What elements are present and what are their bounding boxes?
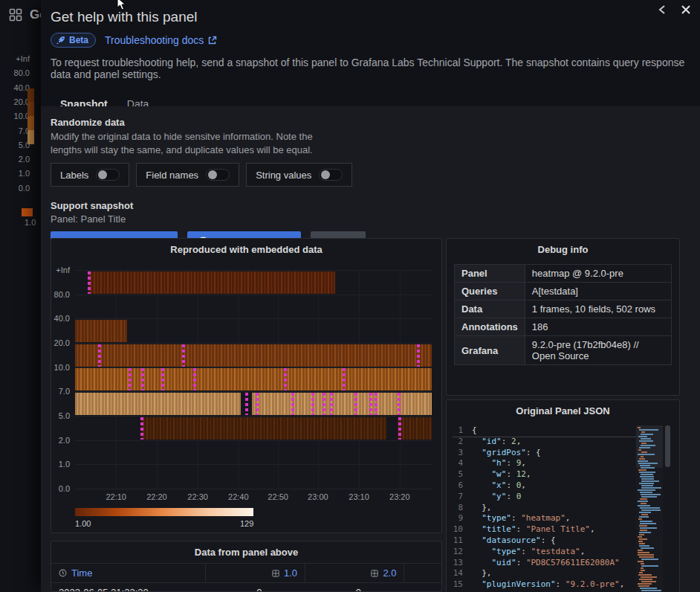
minimap-bar	[639, 543, 645, 544]
toggle-string-values-switch[interactable]	[319, 169, 343, 181]
heatmap-x-tick: 23:20	[389, 492, 410, 501]
annotation-marker	[330, 393, 333, 415]
cell-value: 0	[404, 583, 442, 592]
debug-value: 1 frames, 10 fields, 502 rows	[525, 300, 671, 318]
column-header-1[interactable]: 1.0	[206, 564, 305, 583]
annotation-marker	[369, 393, 372, 415]
minimap-bar	[641, 431, 645, 433]
minimap-bar	[640, 465, 650, 466]
annotation-marker	[284, 368, 287, 390]
minimap-bar	[638, 436, 647, 437]
minimap-bar	[639, 440, 653, 442]
annotation-marker	[88, 271, 91, 294]
heatmap-x-tick: 22:10	[106, 492, 126, 501]
minimap-bar	[641, 494, 661, 495]
heatmap-y-tick: 20.0	[54, 338, 70, 347]
debug-label: Queries	[455, 283, 525, 300]
troubleshooting-docs-label: Troubleshooting docs	[105, 34, 204, 46]
toggle-field-names-switch[interactable]	[206, 169, 230, 181]
code-line: 11 "datasource": {	[453, 535, 636, 547]
heatmap-x-tick: 22:30	[187, 492, 208, 501]
code-line: 7 "y": 0	[453, 492, 636, 503]
minimap-bar	[638, 550, 643, 551]
minimap-bar	[641, 567, 644, 569]
minimap-bar	[640, 588, 657, 589]
debug-value: 186	[525, 318, 671, 336]
cell-time: 2022-06-05 21:23:30	[51, 583, 206, 592]
minimap-bar	[639, 447, 650, 448]
heatmap-band	[252, 393, 432, 415]
column-header-time[interactable]: Time	[51, 564, 206, 583]
debug-info-title: Debug info	[447, 239, 679, 255]
minimap-bar	[641, 559, 658, 560]
heatmap-band	[75, 393, 241, 415]
apps-icon[interactable]	[9, 8, 22, 22]
expand-drawer-icon[interactable]	[655, 3, 669, 16]
close-icon[interactable]	[679, 3, 693, 16]
annotation-marker	[161, 368, 164, 390]
toggle-string-values[interactable]: String values	[246, 163, 352, 187]
code-scrollbar[interactable]	[665, 425, 670, 467]
minimap-bar	[638, 585, 649, 587]
json-code-editor[interactable]: 1{2 "id": 2,3 "gridPos": {4 "h": 9,5 "w"…	[453, 425, 636, 592]
toggle-field-names-label: Field names	[146, 170, 198, 181]
annotation-marker	[398, 417, 401, 440]
table-row: Queries A[testdata]	[455, 283, 672, 300]
heatmap-x-tick: 22:20	[146, 492, 167, 501]
code-line: 3 "gridPos": {	[453, 448, 636, 459]
annotation-marker	[398, 393, 401, 415]
minimap-bar	[639, 483, 654, 484]
clock-icon	[59, 569, 67, 577]
code-minimap[interactable]	[636, 425, 663, 592]
help-drawer: Get help with this panel Beta Troublesho…	[41, 0, 700, 592]
minimap-bar	[638, 583, 652, 585]
annotation-marker	[375, 393, 377, 415]
heatmap-x-tick: 22:40	[228, 492, 249, 501]
minimap-bar	[638, 554, 654, 556]
snapshot-tab-content: Randomize data Modify the original data …	[41, 106, 700, 592]
minimap-bar	[638, 541, 643, 542]
external-link-icon	[207, 36, 217, 45]
minimap-bar	[641, 456, 644, 457]
column-header-2[interactable]: 2.0	[305, 564, 404, 583]
minimap-bar	[638, 518, 642, 520]
code-line: 9 "type": "heatmap",	[453, 513, 636, 524]
minimap-bar	[639, 532, 651, 533]
minimap-bar	[639, 534, 644, 535]
heatmap-y-tick: 10.0	[54, 363, 70, 372]
randomize-data-description: Modify the original data to hide sensitv…	[51, 130, 327, 156]
minimap-bar	[640, 530, 647, 531]
minimap-bar	[639, 572, 643, 573]
minimap-bar	[640, 523, 656, 524]
beta-badge: Beta	[51, 33, 96, 48]
debug-label: Annotations	[455, 318, 525, 336]
debug-label: Panel	[455, 265, 525, 283]
column-header-5[interactable]: 5.0	[404, 564, 442, 583]
grid-icon	[371, 570, 378, 577]
minimap-bar	[638, 469, 646, 471]
toggle-field-names[interactable]: Field names	[136, 163, 239, 187]
code-line: 5 "w": 12,	[453, 469, 636, 480]
randomize-data-title: Randomize data	[51, 117, 690, 128]
annotation-marker	[343, 368, 346, 390]
toggle-labels-switch[interactable]	[96, 169, 120, 181]
minimap-bar	[641, 576, 657, 578]
code-line: 10 "title": "Panel Title",	[453, 524, 636, 535]
background-y-tick: 1.0	[19, 169, 30, 178]
toggle-labels[interactable]: Labels	[51, 163, 129, 187]
heatmap-y-tick: 5.0	[59, 411, 70, 420]
minimap-bar	[640, 498, 647, 500]
table-row: Annotations 186	[455, 318, 672, 336]
minimap-bar	[639, 458, 645, 460]
gridline	[75, 489, 432, 489]
support-panel-label: Panel: Panel Title	[51, 213, 690, 225]
annotation-marker	[129, 368, 132, 390]
rocket-icon	[56, 36, 65, 45]
heatmap-x-tick: 22:50	[268, 492, 288, 501]
background-legend-label: 1.0	[25, 218, 36, 227]
code-line: 1{	[453, 425, 636, 437]
minimap-bar	[641, 570, 645, 571]
table-row: 2022-06-05 21:23:30 0 0 0	[51, 583, 442, 592]
troubleshooting-docs-link[interactable]: Troubleshooting docs	[105, 34, 217, 46]
minimap-bar	[638, 552, 649, 553]
